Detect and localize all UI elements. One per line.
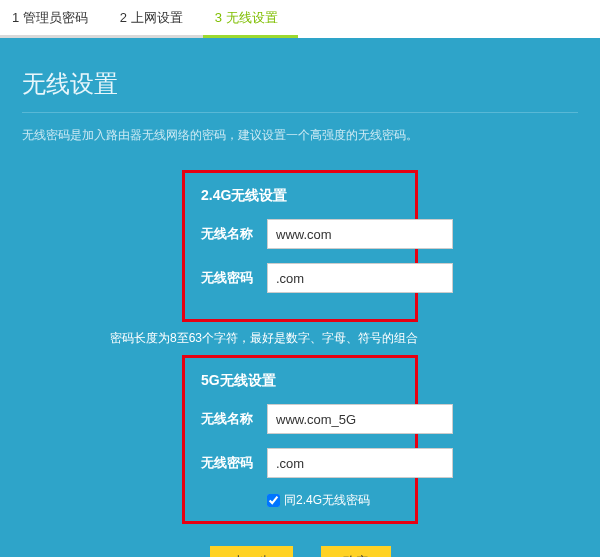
label-5g-password: 无线密码 bbox=[201, 454, 267, 472]
button-row: 上一步 确定 bbox=[22, 546, 578, 557]
section-5g-title: 5G无线设置 bbox=[201, 372, 399, 390]
input-24g-password[interactable] bbox=[267, 263, 453, 293]
password-hint: 密码长度为8至63个字符，最好是数字、字母、符号的组合 bbox=[22, 330, 418, 347]
field-row-5g-name: 无线名称 bbox=[201, 404, 399, 434]
page-title: 无线设置 bbox=[22, 68, 578, 113]
label-5g-name: 无线名称 bbox=[201, 410, 267, 428]
field-row-5g-password: 无线密码 bbox=[201, 448, 399, 478]
input-5g-password[interactable] bbox=[267, 448, 453, 478]
confirm-button[interactable]: 确定 bbox=[321, 546, 391, 557]
step-wireless-settings[interactable]: 3 无线设置 bbox=[203, 0, 298, 38]
sync-password-row: 同2.4G无线密码 bbox=[267, 492, 399, 509]
header-area: 无线设置 无线密码是加入路由器无线网络的密码，建议设置一个高强度的无线密码。 bbox=[0, 38, 600, 162]
section-24g: 2.4G无线设置 无线名称 无线密码 bbox=[182, 170, 418, 322]
page-description: 无线密码是加入路由器无线网络的密码，建议设置一个高强度的无线密码。 bbox=[22, 127, 578, 144]
watermark-text: www.it528.com bbox=[469, 8, 590, 29]
checkbox-sync-password[interactable] bbox=[267, 494, 280, 507]
label-24g-password: 无线密码 bbox=[201, 269, 267, 287]
field-row-24g-password: 无线密码 bbox=[201, 263, 399, 293]
step-internet-settings[interactable]: 2 上网设置 bbox=[108, 0, 203, 38]
section-5g: 5G无线设置 无线名称 无线密码 同2.4G无线密码 bbox=[182, 355, 418, 524]
prev-button[interactable]: 上一步 bbox=[210, 546, 293, 557]
field-row-24g-name: 无线名称 bbox=[201, 219, 399, 249]
step-admin-password[interactable]: 1 管理员密码 bbox=[0, 0, 108, 38]
label-sync-password: 同2.4G无线密码 bbox=[284, 492, 370, 509]
input-5g-name[interactable] bbox=[267, 404, 453, 434]
section-24g-title: 2.4G无线设置 bbox=[201, 187, 399, 205]
content-area: 2.4G无线设置 无线名称 无线密码 密码长度为8至63个字符，最好是数字、字母… bbox=[0, 170, 600, 557]
input-24g-name[interactable] bbox=[267, 219, 453, 249]
label-24g-name: 无线名称 bbox=[201, 225, 267, 243]
